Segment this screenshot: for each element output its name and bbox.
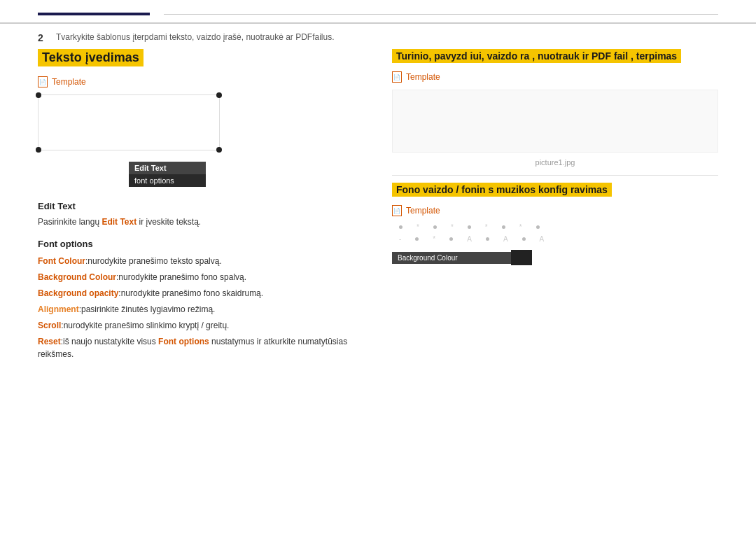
context-menu: Edit Text font options [129, 162, 206, 187]
step-number: 2 [38, 32, 49, 43]
font-options-title: Font options [38, 239, 364, 249]
opt-scroll-label: Scroll [38, 321, 61, 330]
dots-row-2: - * A A A [399, 235, 718, 243]
opt-alignment-text: :pasirinkite žinutės lygiavimo režimą. [79, 304, 216, 314]
opt-font-colour-label: Font Colour [38, 256, 85, 266]
dot-label: * [451, 223, 454, 231]
right-divider [392, 175, 718, 176]
right-column: Turinio, pavyzd iui, vaizdo ra , nuotrau… [392, 49, 718, 364]
handle-bl [36, 147, 41, 153]
right-section2-title: Fono vaizdo / fonin s muzikos konfig rav… [392, 183, 612, 197]
opt-reset-label: Reset [38, 337, 61, 346]
dot-dash: - [399, 235, 401, 243]
edit-text-desc-end: ir įveskite tekstą. [136, 217, 201, 227]
dot [449, 237, 453, 241]
picture-label: picture1.jpg [392, 158, 718, 167]
dot [536, 225, 540, 229]
opt-bg-colour-label: Background Colour [38, 272, 116, 282]
dots-grid: * * * * - * A A A [392, 223, 718, 243]
edit-text-desc-plain: Pasirinkite langų [38, 217, 102, 227]
opt-scroll-text: :nurodykite pranešimo slinkimo kryptį / … [61, 321, 229, 330]
main-content: Teksto įvedimas 📄 Template Edit Text fon… [0, 49, 756, 364]
handle-br [216, 147, 222, 153]
option-font-colour: Font Colour:nurodykite pranešimo teksto … [38, 255, 364, 267]
top-bar [0, 0, 756, 24]
left-template-item[interactable]: 📄 Template [38, 76, 364, 87]
template-file-icon: 📄 [38, 76, 48, 87]
step-text: Tvarkykite šablonus įterpdami teksto, va… [56, 32, 335, 42]
dots-row-1: * * * * [399, 223, 718, 231]
right-template-file-icon-1: 📄 [392, 71, 402, 83]
image-placeholder [392, 90, 718, 153]
dot [415, 237, 419, 241]
opt-bg-opacity-label: Background opacity [38, 288, 118, 298]
right-template-label-2: Template [406, 206, 440, 216]
top-divider-line [164, 14, 718, 15]
dot-label: A [503, 235, 508, 243]
dot-label: * [519, 223, 522, 231]
option-bg-opacity: Background opacity:nurodykite pranešimo … [38, 287, 364, 300]
option-reset: Reset:iš naujo nustatykite visus Font op… [38, 335, 364, 360]
dot-label: * [433, 235, 435, 243]
dot [468, 225, 471, 229]
left-template-label: Template [52, 77, 86, 87]
accent-bar [38, 13, 150, 15]
right-template-label-1: Template [406, 72, 440, 82]
right-template-file-icon-2: 📄 [392, 205, 402, 216]
option-scroll: Scroll:nurodykite pranešimo slinkimo kry… [38, 319, 364, 332]
handle-tl [36, 92, 41, 98]
right-template-item-2[interactable]: 📄 Template [392, 205, 718, 216]
bg-colour-swatch[interactable] [511, 250, 532, 265]
context-menu-title[interactable]: Edit Text [129, 162, 206, 174]
opt-bg-colour-text: :nurodykite pranešimo fono spalvą. [116, 272, 246, 282]
opt-bg-opacity-text: :nurodykite pranešimo fono skaidrumą. [118, 288, 263, 298]
option-bg-colour: Background Colour:nurodykite pranešimo f… [38, 271, 364, 283]
edit-text-desc: Pasirinkite langų Edit Text ir įveskite … [38, 216, 364, 229]
dot [486, 237, 489, 241]
dot [522, 237, 526, 241]
dot-label: * [416, 223, 419, 231]
left-column: Teksto įvedimas 📄 Template Edit Text fon… [38, 49, 364, 364]
opt-reset-text: :iš naujo nustatykite visus [61, 337, 158, 346]
dot-label: * [485, 223, 488, 231]
left-section-title: Teksto įvedimas [38, 49, 144, 66]
edit-text-title: Edit Text [38, 201, 364, 211]
opt-alignment-label: Alignment [38, 304, 79, 314]
dot [433, 225, 437, 229]
dot [399, 225, 402, 229]
dot-label: A [540, 235, 545, 243]
text-input-mockup[interactable] [38, 94, 220, 150]
bg-colour-bar[interactable]: Background Colour [392, 250, 532, 265]
option-alignment: Alignment:pasirinkite žinutės lygiavimo … [38, 303, 364, 316]
step-row: 2 Tvarkykite šablonus įterpdami teksto, … [0, 24, 756, 49]
bg-colour-label: Background Colour [392, 252, 511, 264]
dot [502, 225, 505, 229]
context-menu-font-options[interactable]: font options [129, 174, 206, 187]
dot-label: A [467, 235, 472, 243]
handle-tr [216, 92, 222, 98]
opt-font-colour-text: :nurodykite pranešimo teksto spalvą. [85, 256, 222, 266]
right-section-title: Turinio, pavyzd iui, vaizdo ra , nuotrau… [392, 49, 681, 63]
right-template-item-1[interactable]: 📄 Template [392, 71, 718, 83]
edit-text-desc-highlight: Edit Text [102, 217, 136, 227]
opt-reset-highlight: Font options [158, 337, 209, 346]
